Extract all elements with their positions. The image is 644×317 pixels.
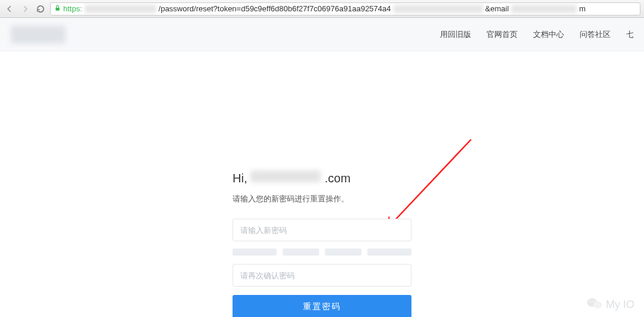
- back-button[interactable]: [4, 3, 16, 15]
- svg-rect-0: [55, 8, 59, 11]
- url-host-blurred: [85, 5, 156, 13]
- site-header: 用回旧版 官网首页 文档中心 问答社区 七: [0, 18, 644, 51]
- svg-point-3: [593, 302, 602, 309]
- svg-point-6: [596, 303, 597, 304]
- url-scheme: https:: [63, 4, 82, 13]
- forward-button[interactable]: [19, 3, 31, 15]
- svg-point-5: [593, 301, 595, 302]
- confirm-password-input[interactable]: [233, 264, 411, 287]
- site-logo-blurred[interactable]: [11, 26, 66, 43]
- strength-seg-3: [325, 248, 361, 256]
- nav-community[interactable]: 问答社区: [580, 29, 611, 40]
- watermark: My IO: [587, 297, 634, 313]
- greeting-suffix: .com: [324, 172, 350, 185]
- svg-point-7: [599, 303, 600, 304]
- nav-docs[interactable]: 文档中心: [533, 29, 564, 40]
- wechat-icon: [587, 297, 602, 313]
- reset-password-button[interactable]: 重置密码: [233, 295, 411, 317]
- main-content: Hi, .com 请输入您的新密码进行重置操作。 重置密码 My IO: [0, 51, 644, 317]
- nav-home[interactable]: 官网首页: [487, 29, 518, 40]
- greeting-email-blurred: [250, 170, 321, 182]
- browser-chrome: https: /password/reset?token=d59c9eff6d8…: [0, 0, 644, 18]
- url-email-param: &email: [485, 4, 509, 13]
- nav-cutoff[interactable]: 七: [626, 29, 633, 40]
- watermark-text: My IO: [606, 299, 634, 311]
- new-password-input[interactable]: [233, 219, 411, 241]
- form-subtitle: 请输入您的新密码进行重置操作。: [233, 194, 411, 204]
- url-email-blurred: [511, 5, 577, 13]
- reset-password-form: Hi, .com 请输入您的新密码进行重置操作。 重置密码: [233, 170, 411, 317]
- strength-seg-2: [283, 248, 319, 256]
- greeting-prefix: Hi,: [233, 172, 247, 185]
- strength-seg-1: [233, 248, 277, 256]
- header-nav: 用回旧版 官网首页 文档中心 问答社区 七: [440, 29, 633, 40]
- lock-icon: [54, 5, 61, 13]
- url-path: /password/reset?token=d59c9eff6d80b6f27f…: [159, 4, 391, 13]
- url-tail: m: [579, 4, 586, 13]
- svg-point-4: [590, 301, 591, 302]
- password-strength-meter: [233, 248, 411, 256]
- greeting: Hi, .com: [233, 170, 411, 185]
- nav-old-version[interactable]: 用回旧版: [440, 29, 471, 40]
- address-bar[interactable]: https: /password/reset?token=d59c9eff6d8…: [50, 2, 640, 15]
- reload-button[interactable]: [35, 3, 47, 15]
- strength-seg-4: [367, 248, 411, 256]
- url-token-blurred: [394, 5, 483, 13]
